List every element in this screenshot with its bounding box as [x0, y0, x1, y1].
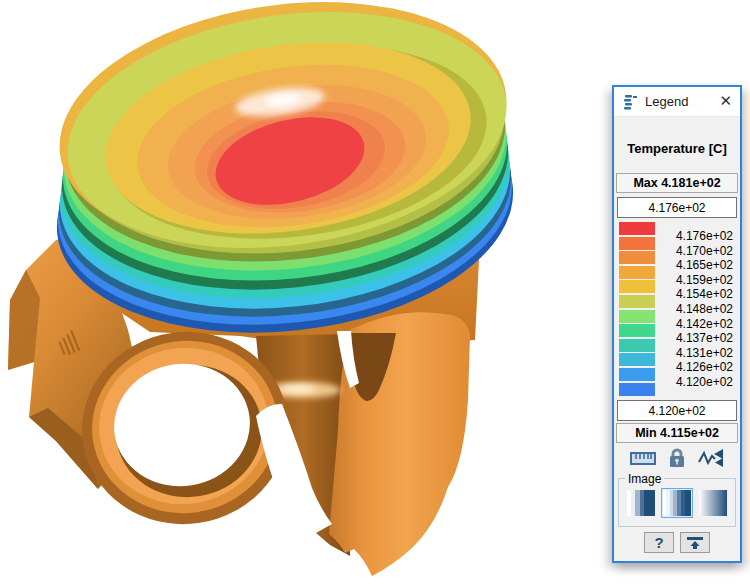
color-swatch [619, 295, 655, 308]
min-value-bar: Min 4.115e+02 [616, 423, 738, 443]
legend-toolbar [614, 445, 740, 471]
help-button[interactable]: ? [644, 532, 674, 553]
image-style-banded[interactable] [625, 488, 657, 518]
color-swatch-column [619, 222, 655, 397]
lock-icon[interactable] [667, 447, 687, 469]
image-groupbox: Image [618, 478, 736, 527]
help-glyph: ? [654, 534, 663, 551]
max-value-bar: Max 4.181e+02 [616, 173, 738, 193]
model-viewport[interactable] [0, 0, 612, 585]
color-swatch [619, 353, 655, 366]
image-style-smooth[interactable] [697, 488, 729, 518]
scale-value: 4.176e+02 [658, 229, 733, 244]
scale-value: 4.170e+02 [658, 244, 733, 259]
color-swatch [619, 339, 655, 352]
image-group-label: Image [625, 472, 664, 486]
piston-3d-model [0, 0, 612, 585]
color-swatch [619, 237, 655, 250]
scale-value: 4.120e+02 [658, 375, 733, 390]
color-swatch [619, 266, 655, 279]
legend-footer-buttons: ? [614, 532, 740, 553]
ruler-icon[interactable] [630, 451, 656, 466]
image-style-stepped[interactable] [661, 488, 693, 518]
scale-value: 4.165e+02 [658, 258, 733, 273]
color-swatch [619, 280, 655, 293]
min-value-input[interactable] [617, 400, 737, 421]
scale-value: 4.154e+02 [658, 287, 733, 302]
scale-value-column: 4.176e+02 4.170e+02 4.165e+02 4.159e+02 … [658, 229, 733, 390]
color-swatch [619, 383, 655, 396]
color-swatch [619, 222, 655, 235]
dock-button[interactable] [680, 532, 710, 553]
legend-title: Legend [645, 94, 688, 109]
close-icon[interactable]: ✕ [719, 94, 732, 109]
legend-panel: Legend ✕ Temperature [C] Max 4.181e+02 4… [612, 85, 742, 563]
scale-value: 4.126e+02 [658, 360, 733, 375]
scale-value: 4.159e+02 [658, 273, 733, 288]
scale-value: 4.131e+02 [658, 346, 733, 361]
scale-value: 4.142e+02 [658, 317, 733, 332]
image-style-options [619, 488, 735, 518]
field-title: Temperature [C] [614, 141, 740, 156]
color-swatch [619, 324, 655, 337]
color-swatch [619, 310, 655, 323]
legend-titlebar[interactable]: Legend ✕ [614, 87, 740, 117]
color-swatch [619, 368, 655, 381]
legend-icon [622, 94, 638, 110]
dock-icon [686, 536, 704, 550]
color-scale: 4.176e+02 4.170e+02 4.165e+02 4.159e+02 … [614, 222, 740, 398]
color-swatch [619, 251, 655, 264]
scale-value: 4.148e+02 [658, 302, 733, 317]
max-value-input[interactable] [617, 197, 737, 218]
scale-value: 4.137e+02 [658, 331, 733, 346]
curve-icon[interactable] [698, 448, 724, 468]
